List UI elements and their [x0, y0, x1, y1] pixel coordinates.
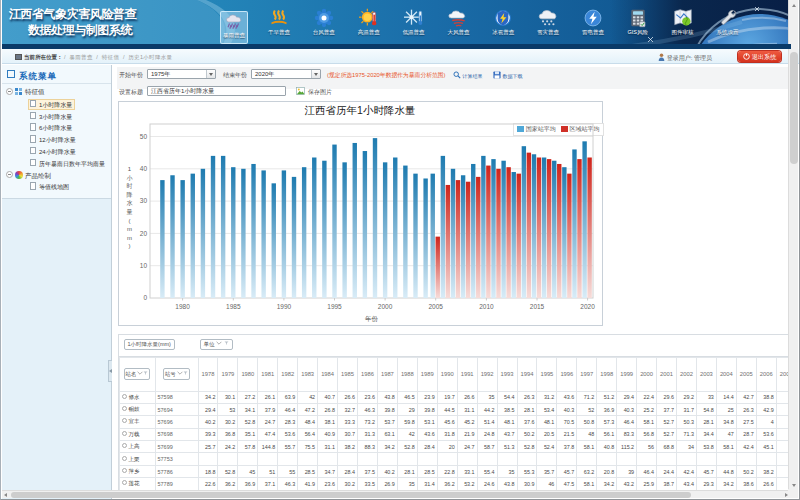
svg-text:50: 50	[139, 133, 147, 140]
svg-text:0: 0	[143, 294, 147, 301]
svg-text:1980: 1980	[175, 303, 190, 310]
svg-text:1985: 1985	[226, 303, 241, 310]
svg-text:30: 30	[139, 197, 147, 204]
svg-text:1990: 1990	[276, 303, 291, 310]
svg-text:2010: 2010	[479, 303, 494, 310]
svg-text:2000: 2000	[377, 303, 392, 310]
svg-text:10: 10	[139, 262, 147, 269]
svg-text:2005: 2005	[428, 303, 443, 310]
svg-text:20: 20	[139, 230, 147, 237]
svg-text:2020: 2020	[580, 303, 595, 310]
svg-text:40: 40	[139, 165, 147, 172]
svg-text:年份: 年份	[365, 315, 379, 323]
svg-text:1995: 1995	[327, 303, 342, 310]
svg-text:2015: 2015	[529, 303, 544, 310]
